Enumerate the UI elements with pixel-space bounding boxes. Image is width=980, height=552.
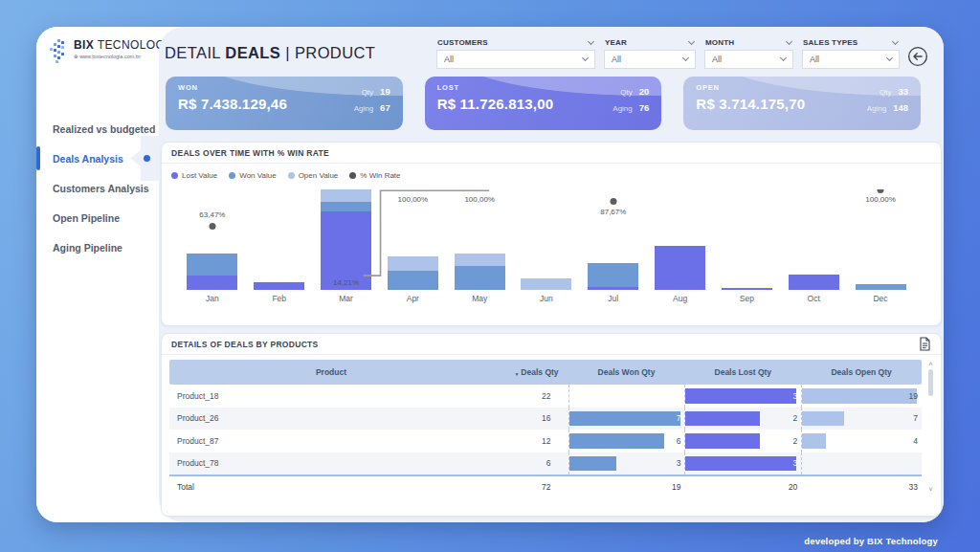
scroll-up-icon[interactable]: ˄ — [928, 361, 932, 367]
legend-item-lost-value[interactable]: Lost Value — [171, 171, 217, 180]
filter-dropdown-year[interactable]: All — [604, 50, 696, 69]
sidebar: BIX TECNOLOGIA ⊕ www.bixtecnologia.com.b… — [36, 27, 159, 522]
filter-selected-value: All — [612, 55, 621, 64]
cell-deals-qty: 22 — [493, 391, 568, 401]
total-lost-qty: 20 — [684, 476, 801, 497]
chart-legend: Lost ValueWon ValueOpen Value% Win Rate — [162, 164, 941, 180]
kpi-qty: Qty20 — [612, 86, 649, 97]
kpi-metrics: Qty20Aging76 — [612, 86, 649, 119]
legend-item-won-value[interactable]: Won Value — [229, 171, 276, 180]
data-bar-lost[interactable] — [685, 388, 796, 404]
cell-product: Product_87 — [169, 436, 493, 446]
x-axis-label-dec: Dec — [847, 294, 914, 303]
kpi-metrics: Qty19Aging67 — [354, 86, 390, 119]
chevron-down-icon[interactable] — [786, 37, 792, 44]
column-header-deals-qty[interactable]: ▼Deals Qty — [493, 367, 568, 377]
cell-open-qty: 7 — [801, 408, 922, 431]
cell-value: 3 — [677, 458, 681, 468]
chevron-down-icon — [780, 55, 787, 61]
cell-value: 4 — [913, 436, 918, 446]
filter-month: MONTHAll — [704, 38, 793, 69]
kpi-aging: Aging76 — [612, 102, 649, 113]
filter-dropdown-month[interactable]: All — [704, 50, 793, 69]
total-value: 19 — [672, 482, 680, 492]
win-rate-value-label: 14,21% — [333, 278, 359, 287]
filter-year: YEARAll — [604, 38, 696, 69]
bix-logo-icon — [50, 39, 69, 64]
filter-header: YEAR — [604, 38, 696, 50]
column-header-deals-lost-qty[interactable]: Deals Lost Qty — [684, 360, 801, 385]
bix-logo: BIX TECNOLOGIA ⊕ www.bixtecnologia.com.b… — [36, 27, 159, 64]
kpi-aging-label: Aging — [867, 104, 886, 113]
kpi-qty: Qty19 — [354, 86, 390, 97]
scroll-down-icon[interactable]: ˅ — [928, 486, 932, 493]
filters: CUSTOMERSAllYEARAllMONTHAllSALES TYPESAl… — [436, 38, 900, 69]
chevron-down-icon[interactable] — [588, 37, 594, 44]
data-bar-won[interactable] — [569, 433, 664, 449]
deals-over-time-chart: DEALS OVER TIME WITH % WIN RATE Lost Val… — [161, 142, 942, 326]
data-bar-won[interactable] — [569, 456, 617, 472]
x-axis-label-apr: Apr — [379, 294, 446, 303]
data-bar-lost[interactable] — [685, 456, 796, 472]
chevron-down-icon[interactable] — [688, 37, 695, 44]
win-rate-value-label: 100,00% — [464, 195, 495, 204]
cell-deals-qty: 12 — [493, 436, 568, 446]
table-row-product-78[interactable]: Product_78633 — [169, 453, 922, 475]
table-scrollbar[interactable]: ˄ ˅ — [926, 361, 935, 493]
dashboard-card: BIX TECNOLOGIA ⊕ www.bixtecnologia.com.b… — [36, 27, 944, 522]
filter-label: CUSTOMERS — [437, 38, 488, 47]
chart-plot: 63,47%14,21%100,00%100,00%87,67%100,00% — [179, 189, 914, 290]
x-axis-label-jun: Jun — [513, 294, 580, 303]
win-rate-marker — [209, 223, 215, 230]
active-item-accent-bar — [36, 146, 40, 170]
scrollbar-thumb[interactable] — [928, 369, 933, 396]
column-header-deals-won-qty[interactable]: Deals Won Qty — [568, 360, 685, 385]
cell-value: 19 — [909, 391, 918, 401]
x-axis-label-may: May — [446, 294, 513, 303]
kpi-card-won: WONR$ 7.438.129,46Qty19Aging67 — [166, 77, 403, 130]
legend-dot-icon — [349, 172, 356, 179]
table-row-product-87[interactable]: Product_8712624 — [169, 430, 922, 453]
win-rate-value-label: 87,67% — [600, 208, 626, 216]
legend-item-open-value[interactable]: Open Value — [288, 171, 339, 180]
cell-won-qty — [568, 385, 685, 408]
filter-header: CUSTOMERS — [436, 38, 595, 50]
cell-won-qty: 6 — [568, 430, 685, 453]
sidebar-item-deals-analysis[interactable]: Deals Analysis — [36, 144, 159, 173]
column-header-deals-open-qty[interactable]: Deals Open Qty — [801, 360, 922, 385]
data-bar-open[interactable] — [802, 433, 826, 449]
sidebar-item-open-pipeline[interactable]: Open Pipeline — [36, 203, 159, 232]
data-bar-open[interactable] — [802, 388, 917, 404]
total-won-qty: 19 — [568, 476, 685, 497]
cell-won-qty: 7 — [568, 408, 685, 431]
legend-item--win-rate[interactable]: % Win Rate — [349, 171, 400, 180]
back-arrow-icon — [907, 46, 928, 67]
table-row-product-18[interactable]: Product_1822319 — [169, 385, 922, 408]
back-button[interactable] — [907, 46, 928, 67]
report-icon[interactable] — [918, 337, 931, 351]
sidebar-item-label: Aging Pipeline — [53, 242, 122, 254]
x-axis-label-feb: Feb — [246, 294, 313, 303]
sidebar-item-customers-analysis[interactable]: Customers Analysis — [36, 173, 159, 203]
table-row-product-26[interactable]: Product_2616727 — [169, 408, 922, 431]
data-bar-lost[interactable] — [685, 433, 759, 449]
filter-dropdown-sales-types[interactable]: All — [802, 50, 900, 69]
filter-selected-value: All — [712, 55, 722, 64]
chevron-down-icon — [582, 55, 589, 61]
kpi-qty-value: 20 — [639, 86, 650, 97]
kpi-aging-value: 76 — [639, 102, 650, 113]
kpi-aging-value: 67 — [380, 102, 390, 113]
chart-x-axis: JanFebMarAprMayJunJulAugSepOctDec — [179, 294, 914, 303]
legend-dot-icon — [229, 172, 235, 179]
cell-product: Product_18 — [169, 391, 493, 401]
column-header-product[interactable]: Product — [169, 367, 493, 377]
filter-dropdown-customers[interactable]: All — [436, 50, 595, 69]
data-bar-open[interactable] — [802, 411, 844, 427]
data-bar-lost[interactable] — [685, 411, 759, 427]
data-bar-won[interactable] — [569, 411, 680, 427]
cell-open-qty — [801, 453, 922, 475]
sidebar-nav: Realized vs budgetedDeals AnalysisCustom… — [36, 114, 159, 262]
page-title: DETAIL DEALS | PRODUCT — [165, 44, 375, 62]
sidebar-item-aging-pipeline[interactable]: Aging Pipeline — [36, 232, 159, 262]
chevron-down-icon[interactable] — [892, 37, 899, 44]
